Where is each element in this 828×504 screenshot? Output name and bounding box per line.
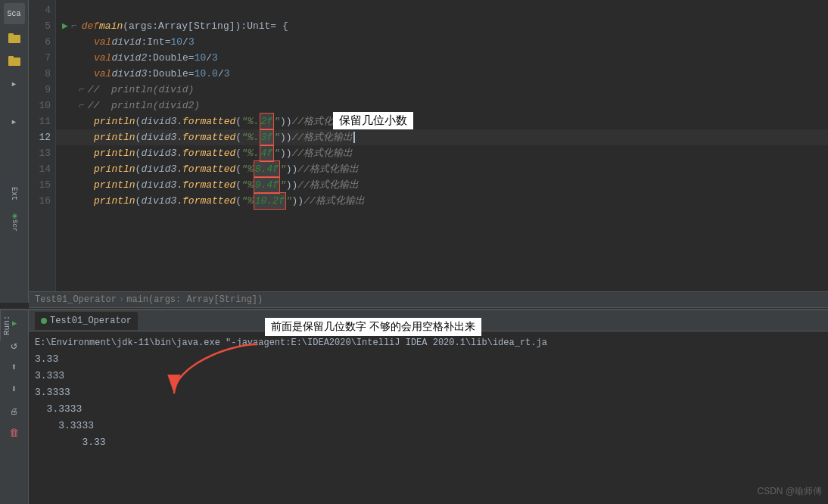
line-num-15: 15 xyxy=(29,177,51,193)
line-num-4: 4 xyxy=(29,2,51,18)
output-line-6: 3.33 xyxy=(35,434,822,451)
run-scroll-up-button[interactable]: ⬆ xyxy=(5,357,24,377)
code-line-4 xyxy=(56,2,828,18)
output-line-5: 3.3333 xyxy=(35,418,822,434)
run-panel: ▶ ↺ ⬆ ⬇ 🖨 🗑 Run: Test01_Operator E:\Envi… xyxy=(0,309,828,504)
code-line-9: ⌐ // println(divid) xyxy=(56,82,828,98)
csdn-watermark: CSDN @喻师傅 xyxy=(757,485,822,498)
sidebar-chevron-2[interactable]: ▸ xyxy=(4,110,25,132)
code-line-10: ⌐ // println(divid2) xyxy=(56,98,828,114)
output-line-4: 3.3333 xyxy=(35,401,822,418)
code-line-6: val divid:Int=10/3 xyxy=(56,34,828,50)
run-content: Test01_Operator E:\Environment\jdk-11\bi… xyxy=(29,310,828,504)
sidebar-icon-1[interactable]: Sca xyxy=(4,3,25,24)
line-num-6: 6 xyxy=(29,34,51,50)
run-scroll-down-button[interactable]: ⬇ xyxy=(5,379,24,399)
run-stop-button[interactable]: 🗑 xyxy=(5,423,24,443)
code-line-13: println(divid3.formatted("%.4f"))//格式化输出 xyxy=(56,145,828,161)
sidebar-chevron-1[interactable]: ▸ xyxy=(4,73,25,94)
breadcrumb-sep: › xyxy=(119,294,124,305)
svg-rect-1 xyxy=(8,33,14,36)
line-num-9: 9 xyxy=(29,82,51,98)
line-num-5: 5 xyxy=(29,18,51,34)
code-line-7: val divid2:Double=10/3 xyxy=(56,50,828,66)
run-print-button[interactable]: 🖨 xyxy=(5,401,24,421)
breadcrumb-method: main(args: Array[String]) xyxy=(126,294,263,305)
annotation-bottom-label: 前面是保留几位数字 不够的会用空格补出来 xyxy=(265,318,481,336)
editor-area: Sca ▸ ▸ Ext ◉ Scr 4 5 6 7 8 9 10 11 xyxy=(0,0,828,303)
line-numbers: 4 5 6 7 8 9 10 11 12 13 14 15 16 xyxy=(29,0,56,303)
line-num-10: 10 xyxy=(29,98,51,114)
code-line-5: ▶ ⌐ def main(args: Array[String]): Unit … xyxy=(56,18,828,34)
code-line-12: println(divid3.formatted("%.3f"))//格式化输出 xyxy=(56,129,828,145)
run-status-dot xyxy=(41,318,47,324)
sidebar-scr[interactable]: ◉ Scr xyxy=(8,210,20,233)
line-num-8: 8 xyxy=(29,66,51,82)
code-area[interactable]: ▶ ⌐ def main(args: Array[String]): Unit … xyxy=(56,0,828,303)
run-tab[interactable]: Test01_Operator xyxy=(35,312,138,330)
line-num-11: 11 xyxy=(29,114,51,129)
left-sidebar: Sca ▸ ▸ Ext ◉ Scr xyxy=(0,0,29,303)
code-line-16: println(divid3.formatted("%10.2f"))//格式化… xyxy=(56,193,828,209)
sidebar-folder-1[interactable] xyxy=(4,27,25,48)
breadcrumb-file: Test01_Operator xyxy=(35,294,117,305)
code-line-15: println(divid3.formatted("%9.4f"))//格式化输… xyxy=(56,177,828,193)
line-num-12: 12 xyxy=(29,129,51,145)
line-num-7: 7 xyxy=(29,50,51,66)
output-line-2: 3.333 xyxy=(35,368,822,384)
line-num-16: 16 xyxy=(29,193,51,209)
code-line-14: println(divid3.formatted("%8.4f"))//格式化输… xyxy=(56,161,828,177)
line-num-13: 13 xyxy=(29,145,51,161)
code-line-8: val divid3:Double=10.0/3 xyxy=(56,66,828,82)
output-line-3: 3.3333 xyxy=(35,384,822,401)
breadcrumb: Test01_Operator › main(args: Array[Strin… xyxy=(29,291,828,308)
run-output: E:\Environment\jdk-11\bin\java.exe "-jav… xyxy=(29,331,828,504)
run-tab-label: Test01_Operator xyxy=(50,316,132,326)
output-cmd-line: E:\Environment\jdk-11\bin\java.exe "-jav… xyxy=(35,334,822,351)
annotation-top-label: 保留几位小数 xyxy=(333,112,413,129)
code-line-11: println(divid3.formatted("%.2f"))//格式化输出 xyxy=(56,114,828,129)
sidebar-ext[interactable]: Ext xyxy=(8,179,20,209)
sidebar-folder-2[interactable] xyxy=(4,50,25,71)
svg-rect-3 xyxy=(8,56,14,59)
output-line-1: 3.33 xyxy=(35,351,822,368)
run-label: Run: xyxy=(0,310,12,341)
line-num-14: 14 xyxy=(29,161,51,177)
